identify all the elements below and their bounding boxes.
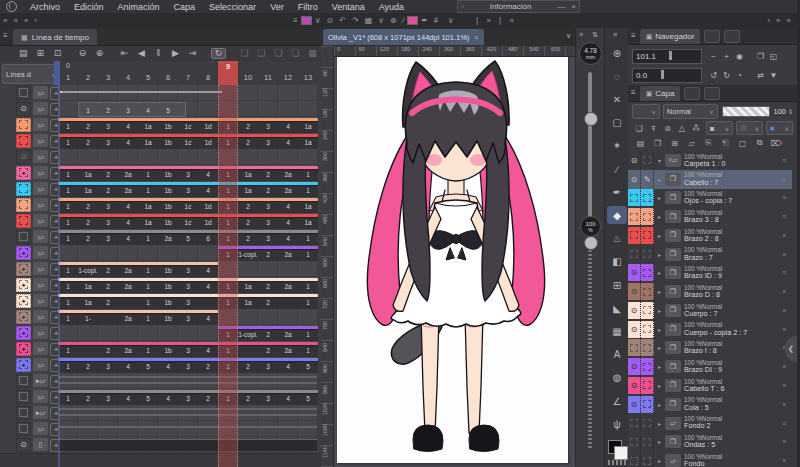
keyframe-cell[interactable]: 1 bbox=[298, 298, 318, 308]
zoom-slider-thumb[interactable] bbox=[669, 51, 672, 60]
close-icon[interactable]: × bbox=[571, 2, 576, 11]
frame-number-2[interactable]: 2 bbox=[78, 73, 98, 82]
brush-size-slider-handle[interactable] bbox=[584, 112, 598, 126]
brush-chip[interactable] bbox=[407, 16, 418, 25]
tab-list-chevron-icon[interactable]: ∨ bbox=[566, 32, 571, 39]
layer-row[interactable]: ⊙▸❐100 %NormalCuerpo : 7≡ bbox=[628, 301, 792, 321]
keyframe-cell[interactable]: 1b bbox=[158, 122, 178, 132]
keyframe-cell[interactable]: 1 bbox=[298, 282, 318, 292]
keyframe-cell[interactable]: 3 bbox=[178, 282, 198, 292]
keyframe-cell[interactable]: 2 bbox=[78, 138, 98, 148]
layer-expand-arrow[interactable]: ▸ bbox=[654, 194, 665, 201]
keyframe-cell[interactable]: 5 bbox=[178, 234, 198, 244]
keyframe-cell[interactable]: 2a bbox=[278, 282, 298, 292]
opacity-slider-handle[interactable] bbox=[584, 236, 598, 250]
checkbox-icon[interactable] bbox=[19, 408, 28, 417]
opacity-indicator[interactable]: 100 % bbox=[580, 216, 601, 237]
keyframe-cell[interactable]: 3 bbox=[178, 170, 198, 180]
zoom-in-icon[interactable]: ⊕ bbox=[93, 49, 106, 58]
fill-tool-icon[interactable]: ◧ bbox=[607, 253, 627, 271]
keyframe-cell[interactable]: 1a bbox=[78, 298, 98, 308]
keyframe-cell[interactable]: 1 bbox=[138, 346, 158, 356]
track-color-swatch[interactable] bbox=[16, 198, 31, 212]
layer-menu-handle[interactable]: ≡ bbox=[782, 363, 792, 370]
eye-icon[interactable]: ● bbox=[22, 250, 26, 256]
menu-animación[interactable]: Animación bbox=[111, 2, 167, 12]
keyframe-cell[interactable]: 1a bbox=[138, 138, 158, 148]
layer-thumbnail[interactable]: ▿▱ bbox=[665, 154, 681, 167]
layer-thumbnail[interactable]: ❐ bbox=[665, 173, 681, 186]
keyframe-cell[interactable]: 1a bbox=[138, 218, 158, 228]
layer-expand-arrow[interactable]: ▸ bbox=[654, 420, 665, 427]
layer-visibility-toggle[interactable]: ⊙ bbox=[628, 358, 641, 375]
keyframe-cell[interactable]: 4 bbox=[198, 266, 218, 276]
keyframe-cell[interactable]: 1 bbox=[58, 394, 78, 404]
keyframe-cell[interactable]: 2a bbox=[118, 170, 138, 180]
keyframe-cell[interactable]: 1a bbox=[138, 202, 158, 212]
track-thumbnail[interactable]: ▸▱ bbox=[33, 406, 48, 419]
keyframe-cell[interactable]: 4 bbox=[118, 122, 138, 132]
keyframe-cell[interactable]: 1d bbox=[198, 202, 218, 212]
selection-combo[interactable]: ◙∨ bbox=[706, 121, 733, 135]
marquee-tool-icon[interactable]: ▢ bbox=[607, 114, 627, 132]
playback-start-marker[interactable] bbox=[54, 61, 60, 85]
keyframe-cell[interactable]: 3 bbox=[258, 202, 278, 212]
background-color-swatch[interactable] bbox=[614, 446, 628, 460]
dock-arrow-icon[interactable]: » bbox=[510, 16, 514, 25]
track-thumbnail[interactable]: ▭ bbox=[33, 294, 48, 307]
layer-expand-arrow[interactable]: ▸ bbox=[654, 232, 665, 239]
new-layer-menu-icon[interactable]: ⊞ bbox=[666, 137, 683, 150]
keyframe-cell[interactable]: 2 bbox=[78, 394, 98, 404]
decoration-tool-icon[interactable]: ⊞ bbox=[607, 276, 627, 294]
keyframe-cell[interactable]: 1a bbox=[298, 218, 318, 228]
tab-capa[interactable]: ▣ Capa bbox=[640, 86, 681, 101]
checkbox-icon[interactable] bbox=[19, 392, 28, 401]
keyframe-cell[interactable]: 2a bbox=[278, 170, 298, 180]
layer-color-swatch[interactable] bbox=[641, 321, 654, 338]
keyframe-cell[interactable]: 1 bbox=[58, 138, 78, 148]
keyframe-cell[interactable]: 3 bbox=[258, 218, 278, 228]
track-grid[interactable]: 11-copi.22a1 bbox=[58, 245, 318, 260]
create-mask-icon[interactable]: ▢ bbox=[734, 137, 751, 150]
layer-expand-arrow[interactable]: ▸ bbox=[654, 457, 665, 464]
keyframe-cell[interactable]: 2 bbox=[198, 394, 218, 404]
eyedropper-icon[interactable]: ∕ bbox=[403, 16, 404, 25]
track-grid[interactable] bbox=[58, 405, 318, 420]
zoom-in-button[interactable]: + bbox=[720, 50, 733, 63]
keyframe-cell[interactable]: 2 bbox=[238, 234, 258, 244]
layer-visibility-toggle[interactable]: ⊙ bbox=[628, 171, 641, 188]
keyframe-cell[interactable]: 1 bbox=[298, 170, 318, 180]
rotate-left-button[interactable]: ↺ bbox=[707, 69, 720, 82]
keyframe-cell[interactable]: 2a bbox=[158, 234, 178, 244]
minimize-icon[interactable]: — bbox=[557, 2, 565, 11]
keyframe-cell[interactable]: 4 bbox=[118, 138, 138, 148]
track-thumbnail[interactable]: ▭ bbox=[33, 230, 48, 243]
track-grid[interactable]: 1234543212345 bbox=[58, 357, 318, 372]
layer-visibility-toggle[interactable] bbox=[628, 227, 641, 244]
keyframe-cell[interactable]: 1d bbox=[198, 122, 218, 132]
track-color-swatch[interactable]: ● bbox=[16, 262, 31, 276]
track-grid[interactable]: 12341a1b1c1d12341a bbox=[58, 213, 318, 228]
keyframe-cell[interactable]: 2a bbox=[278, 250, 298, 260]
checkbox-icon[interactable] bbox=[19, 88, 28, 97]
layer-menu-handle[interactable]: ≡ bbox=[782, 382, 792, 389]
keyframe-cell[interactable]: 2a bbox=[278, 330, 298, 340]
previous-frame-icon[interactable]: ◀ bbox=[135, 49, 148, 58]
layer-thumbnail[interactable]: ❐ bbox=[665, 360, 681, 373]
track-grid[interactable]: 11a22a11b3411a22a1 bbox=[58, 165, 318, 180]
layer-expand-arrow[interactable]: ▸ bbox=[654, 213, 665, 220]
history-back-icon[interactable]: ‹ bbox=[34, 16, 37, 25]
zoom-icon[interactable]: ⊕ bbox=[390, 16, 397, 25]
track-grid[interactable]: 123412a5612341 bbox=[58, 229, 318, 244]
keyframe-cell[interactable]: 3 bbox=[98, 138, 118, 148]
track-thumbnail[interactable]: ▭ bbox=[33, 342, 48, 355]
layer-menu-handle[interactable]: ≡ bbox=[782, 457, 792, 464]
checkbox-icon[interactable] bbox=[19, 232, 28, 241]
layer-expand-arrow[interactable]: ▸ bbox=[654, 176, 665, 183]
layer-menu-handle[interactable]: ≡ bbox=[782, 288, 792, 295]
tonal-correction-icon[interactable]: Ŧ bbox=[646, 122, 660, 135]
layer-menu-handle[interactable]: ≡ bbox=[782, 213, 792, 220]
keyframe-cell[interactable]: 3 bbox=[118, 106, 138, 116]
eye-icon[interactable]: ⊙ bbox=[16, 438, 31, 452]
keyframe-cell[interactable]: 2 bbox=[198, 362, 218, 372]
